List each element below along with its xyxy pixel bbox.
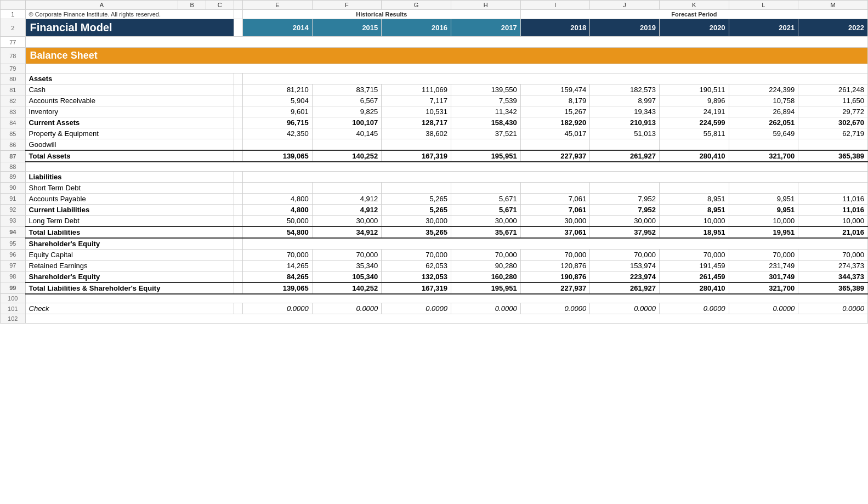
row-96: 96 Equity Capital 70,000 70,000 70,000 7… bbox=[1, 249, 868, 260]
inv-2017: 11,342 bbox=[451, 106, 520, 117]
balance-sheet-header: Balance Sheet bbox=[25, 48, 867, 64]
liabilities-header: Liabilities bbox=[25, 171, 234, 182]
year-2017: 2017 bbox=[451, 19, 520, 37]
check-2018: 0.0000 bbox=[520, 303, 590, 314]
ppe-2022: 62,719 bbox=[798, 128, 868, 139]
ec-2022: 70,000 bbox=[798, 249, 868, 260]
ppe-label: Property & Equipment bbox=[25, 128, 234, 139]
ltd-2020: 10,000 bbox=[659, 215, 729, 226]
ar-2015: 6,567 bbox=[312, 95, 382, 106]
row-91: 91 Accounts Payable 4,800 4,912 5,265 5,… bbox=[1, 193, 868, 204]
row-2: 2 Financial Model 2014 2015 2016 2017 20… bbox=[1, 19, 868, 37]
year-2014: 2014 bbox=[243, 19, 313, 37]
ltd-label: Long Term Debt bbox=[25, 215, 234, 226]
ltd-2014: 50,000 bbox=[243, 215, 313, 226]
se-2017: 160,280 bbox=[451, 271, 520, 282]
inv-2022: 29,772 bbox=[798, 106, 868, 117]
ppe-2018: 45,017 bbox=[520, 128, 590, 139]
col-header-h: H bbox=[451, 1, 520, 10]
year-2018: 2018 bbox=[520, 19, 590, 37]
se-header: Shareholder's Equity bbox=[25, 238, 234, 250]
cash-2022: 261,248 bbox=[798, 84, 868, 95]
col-header-a: A bbox=[25, 1, 178, 10]
ltd-2018: 30,000 bbox=[520, 215, 590, 226]
tle-label: Total Liabilities & Shareholder's Equity bbox=[25, 282, 234, 294]
re-2022: 274,373 bbox=[798, 260, 868, 271]
cl-2018: 7,061 bbox=[520, 204, 590, 215]
ar-2019: 8,997 bbox=[590, 95, 660, 106]
ar-2020: 9,896 bbox=[659, 95, 729, 106]
re-2015: 35,340 bbox=[312, 260, 382, 271]
row-84: 84 Current Assets 96,715 100,107 128,717… bbox=[1, 117, 868, 128]
row-89: 89 Liabilities bbox=[1, 171, 868, 182]
check-2014: 0.0000 bbox=[243, 303, 313, 314]
row-77: 77 bbox=[1, 37, 868, 48]
se-2015: 105,340 bbox=[312, 271, 382, 282]
row-90: 90 Short Term Debt bbox=[1, 182, 868, 193]
check-2021: 0.0000 bbox=[729, 303, 798, 314]
spreadsheet: A B C E F G H I J K L M 1 © Corporate Fi… bbox=[0, 0, 868, 324]
row-num-1: 1 bbox=[1, 10, 26, 19]
tle-2017: 195,951 bbox=[451, 282, 520, 294]
row-99: 99 Total Liabilities & Shareholder's Equ… bbox=[1, 282, 868, 294]
tl-2022: 21,016 bbox=[798, 226, 868, 238]
ltd-2017: 30,000 bbox=[451, 215, 520, 226]
ltd-2021: 10,000 bbox=[729, 215, 798, 226]
financial-model-title: Financial Model bbox=[25, 19, 234, 37]
col-header-d bbox=[234, 1, 242, 10]
re-2019: 153,974 bbox=[590, 260, 660, 271]
row-83: 83 Inventory 9,601 9,825 10,531 11,342 1… bbox=[1, 106, 868, 117]
inventory-label: Inventory bbox=[25, 106, 234, 117]
col-header-l: L bbox=[729, 1, 798, 10]
cash-2020: 190,511 bbox=[659, 84, 729, 95]
re-label: Retained Earnings bbox=[25, 260, 234, 271]
ltd-2022: 10,000 bbox=[798, 215, 868, 226]
row-86: 86 Goodwill bbox=[1, 139, 868, 151]
ar-2018: 8,179 bbox=[520, 95, 590, 106]
ppe-2014: 42,350 bbox=[243, 128, 313, 139]
ap-2015: 4,912 bbox=[312, 193, 382, 204]
se-2018: 190,876 bbox=[520, 271, 590, 282]
row-80: 80 Assets bbox=[1, 73, 868, 84]
row-81: 81 Cash 81,210 83,715 111,069 139,550 15… bbox=[1, 84, 868, 95]
goodwill-label: Goodwill bbox=[25, 139, 234, 151]
inv-2014: 9,601 bbox=[243, 106, 313, 117]
tle-2018: 227,937 bbox=[520, 282, 590, 294]
cl-2020: 8,951 bbox=[659, 204, 729, 215]
row-97: 97 Retained Earnings 14,265 35,340 62,05… bbox=[1, 260, 868, 271]
cl-2022: 11,016 bbox=[798, 204, 868, 215]
ca-2021: 262,051 bbox=[729, 117, 798, 128]
ar-2017: 7,539 bbox=[451, 95, 520, 106]
year-2019: 2019 bbox=[590, 19, 660, 37]
tl-2018: 37,061 bbox=[520, 226, 590, 238]
ec-2016: 70,000 bbox=[382, 249, 451, 260]
cash-2018: 159,474 bbox=[520, 84, 590, 95]
cl-2021: 9,951 bbox=[729, 204, 798, 215]
re-2014: 14,265 bbox=[243, 260, 313, 271]
tl-label: Total Liabilities bbox=[25, 226, 234, 238]
inv-2018: 15,267 bbox=[520, 106, 590, 117]
se-2016: 132,053 bbox=[382, 271, 451, 282]
tle-2022: 365,389 bbox=[798, 282, 868, 294]
inv-2016: 10,531 bbox=[382, 106, 451, 117]
ar-label: Accounts Receivable bbox=[25, 95, 234, 106]
year-2020: 2020 bbox=[659, 19, 729, 37]
cash-label: Cash bbox=[25, 84, 234, 95]
inv-2021: 26,894 bbox=[729, 106, 798, 117]
tle-2021: 321,700 bbox=[729, 282, 798, 294]
ar-2014: 5,904 bbox=[243, 95, 313, 106]
se-label: Shareholder's Equity bbox=[25, 271, 234, 282]
tl-2020: 18,951 bbox=[659, 226, 729, 238]
se-2022: 344,373 bbox=[798, 271, 868, 282]
row-88: 88 bbox=[1, 162, 868, 171]
col-header-e: E bbox=[243, 1, 313, 10]
year-2016: 2016 bbox=[382, 19, 451, 37]
current-assets-label: Current Assets bbox=[25, 117, 234, 128]
ca-2020: 224,599 bbox=[659, 117, 729, 128]
ca-2019: 210,913 bbox=[590, 117, 660, 128]
year-2015: 2015 bbox=[312, 19, 382, 37]
ppe-2017: 37,521 bbox=[451, 128, 520, 139]
ec-2017: 70,000 bbox=[451, 249, 520, 260]
total-assets-label: Total Assets bbox=[25, 150, 234, 162]
ap-2016: 5,265 bbox=[382, 193, 451, 204]
